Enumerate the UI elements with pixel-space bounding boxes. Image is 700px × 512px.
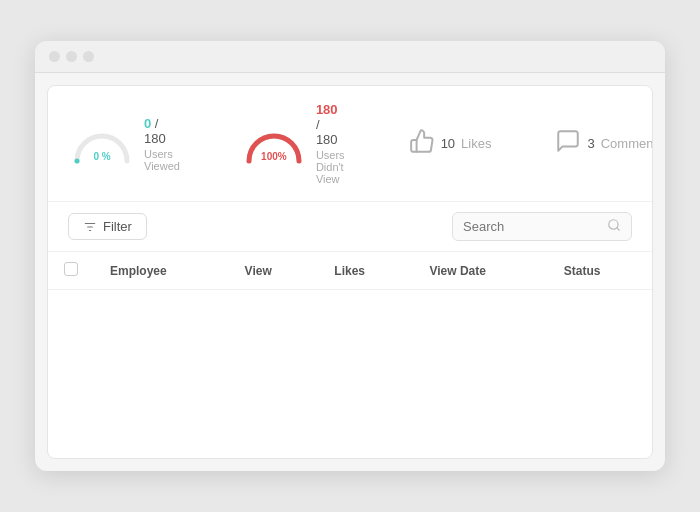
gauge-viewed-label: 0 % bbox=[93, 151, 110, 162]
traffic-light-minimize bbox=[66, 51, 77, 62]
data-table: Employee View Likes View Date Status bbox=[48, 252, 652, 290]
toolbar: Filter bbox=[48, 202, 652, 252]
search-input[interactable] bbox=[463, 219, 601, 234]
col-likes: Likes bbox=[318, 252, 413, 290]
filter-label: Filter bbox=[103, 219, 132, 234]
stat-noview-sep: / bbox=[316, 117, 320, 132]
table-header-row: Employee View Likes View Date Status bbox=[48, 252, 652, 290]
likes-label: Likes bbox=[461, 136, 491, 151]
stat-viewed-desc: Users Viewed bbox=[144, 148, 180, 172]
stat-noview-desc: Users Didn't View bbox=[316, 149, 345, 185]
stat-viewed-num: 0 bbox=[144, 116, 151, 131]
select-all-checkbox[interactable] bbox=[64, 262, 78, 276]
traffic-light-close bbox=[49, 51, 60, 62]
browser-window: 0 % 0 / 180 Users Viewed bbox=[35, 41, 665, 471]
traffic-light-maximize bbox=[83, 51, 94, 62]
likes-count: 10 bbox=[441, 136, 455, 151]
stat-viewed-count: 0 / 180 bbox=[144, 116, 180, 146]
gauge-viewed: 0 % bbox=[72, 126, 132, 162]
col-view: View bbox=[229, 252, 319, 290]
thumbs-up-icon bbox=[409, 128, 435, 160]
table-area: Employee View Likes View Date Status bbox=[48, 252, 652, 458]
stat-likes: 10 Likes bbox=[409, 128, 492, 160]
stat-noview-num: 180 bbox=[316, 102, 338, 117]
gauge-noview: 100% bbox=[244, 126, 304, 162]
gauge-noview-label: 100% bbox=[261, 151, 287, 162]
titlebar bbox=[35, 41, 665, 73]
comments-count: 3 bbox=[587, 136, 594, 151]
main-content: 0 % 0 / 180 Users Viewed bbox=[47, 85, 653, 459]
stat-noview-total: 180 bbox=[316, 132, 338, 147]
search-box bbox=[452, 212, 632, 241]
col-status: Status bbox=[548, 252, 652, 290]
stat-users-viewed: 0 % 0 / 180 Users Viewed bbox=[72, 116, 180, 172]
filter-icon bbox=[83, 220, 97, 234]
svg-line-4 bbox=[617, 228, 620, 231]
stat-noview-text: 180 / 180 Users Didn't View bbox=[316, 102, 345, 185]
stat-comments: 3 Comments bbox=[555, 128, 653, 160]
filter-button[interactable]: Filter bbox=[68, 213, 147, 240]
comments-label: Comments bbox=[601, 136, 653, 151]
table-header-checkbox bbox=[48, 252, 94, 290]
comment-icon bbox=[555, 128, 581, 160]
stat-noview-count: 180 / 180 bbox=[316, 102, 345, 147]
stat-users-noview: 100% 180 / 180 Users Didn't View bbox=[244, 102, 345, 185]
stat-viewed-text: 0 / 180 Users Viewed bbox=[144, 116, 180, 172]
stat-viewed-total: 180 bbox=[144, 131, 166, 146]
stats-bar: 0 % 0 / 180 Users Viewed bbox=[48, 86, 652, 202]
col-viewdate: View Date bbox=[413, 252, 547, 290]
stat-viewed-sep: / bbox=[155, 116, 159, 131]
search-icon bbox=[607, 218, 621, 235]
col-employee: Employee bbox=[94, 252, 229, 290]
